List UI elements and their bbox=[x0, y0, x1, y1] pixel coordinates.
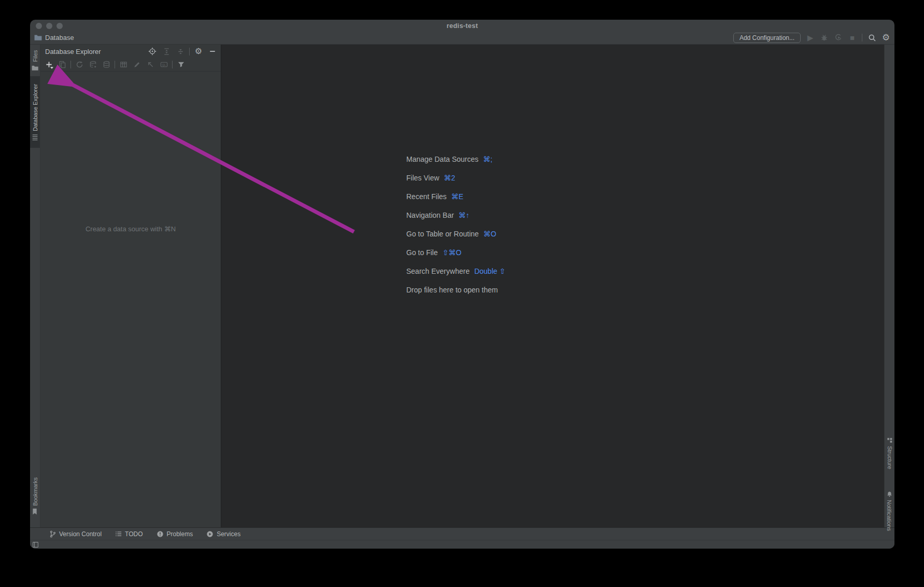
shortcut-list: Manage Data Sources ⌘; Files View ⌘2 Rec… bbox=[406, 150, 505, 299]
tool-window-layout-icon[interactable] bbox=[32, 541, 39, 548]
database-icon bbox=[32, 134, 38, 141]
toolwindow-todo[interactable]: TODO bbox=[115, 530, 143, 538]
sidebar-item-label: Notifications bbox=[887, 500, 893, 531]
add-configuration-button[interactable]: Add Configuration... bbox=[733, 33, 801, 43]
expand-all-icon[interactable] bbox=[161, 46, 172, 57]
duplicate-icon[interactable] bbox=[57, 60, 67, 70]
shortcut-label: Files View bbox=[406, 174, 439, 182]
content-area: Files Database Explorer Bookmarks bbox=[30, 45, 894, 527]
sidebar-item-structure[interactable]: Structure bbox=[885, 430, 894, 477]
services-icon bbox=[206, 530, 214, 538]
bookmark-icon bbox=[32, 508, 38, 515]
toolwindow-services[interactable]: Services bbox=[206, 530, 240, 538]
shortcut-keys: ⌘2 bbox=[444, 174, 456, 182]
run-toolbar: Add Configuration... ▶ ■ bbox=[733, 33, 890, 43]
dropdown-caret-icon bbox=[50, 67, 53, 69]
run-icon[interactable]: ▶ bbox=[806, 33, 815, 42]
filter-icon[interactable] bbox=[176, 60, 186, 70]
new-data-source-icon[interactable] bbox=[44, 60, 54, 70]
zoom-window-button[interactable] bbox=[56, 23, 63, 29]
structure-icon bbox=[887, 437, 893, 443]
problems-icon bbox=[157, 530, 164, 538]
minimize-window-button[interactable] bbox=[46, 23, 52, 29]
toolwindow-label: Services bbox=[217, 530, 240, 538]
view-data-icon[interactable] bbox=[118, 60, 129, 70]
shortcut-row: Drop files here to open them bbox=[406, 281, 505, 299]
tool-window-bar: Version Control TODO Problems Services bbox=[30, 527, 894, 540]
shortcut-row: Go to File ⇧⌘O bbox=[406, 243, 505, 262]
shortcut-keys: ⇧⌘O bbox=[443, 248, 462, 257]
jump-to-console-icon[interactable] bbox=[145, 60, 155, 70]
settings-icon[interactable]: ⚙ bbox=[882, 33, 890, 42]
panel-title: Database Explorer bbox=[45, 48, 101, 55]
shortcut-keys: Double ⇧ bbox=[474, 267, 505, 275]
shortcut-row: Search Everywhere Double ⇧ bbox=[406, 262, 505, 281]
shortcut-keys: ⌘↑ bbox=[459, 211, 470, 219]
toolwindow-problems[interactable]: Problems bbox=[157, 530, 193, 538]
shortcut-row: Navigation Bar ⌘↑ bbox=[406, 206, 505, 225]
toolwindow-label: TODO bbox=[125, 530, 143, 538]
toolbar-separator bbox=[70, 61, 71, 68]
bell-icon bbox=[887, 491, 893, 497]
search-icon[interactable] bbox=[868, 33, 876, 42]
toolbar-separator bbox=[862, 34, 862, 41]
panel-toolbar: QL bbox=[40, 58, 221, 72]
svg-text:QL: QL bbox=[162, 63, 165, 66]
query-console-icon[interactable]: QL bbox=[159, 60, 169, 70]
breadcrumb[interactable]: Database bbox=[34, 34, 74, 41]
folder-icon bbox=[34, 34, 42, 41]
traffic-lights bbox=[36, 23, 63, 29]
sidebar-item-label: Bookmarks bbox=[32, 477, 38, 506]
breadcrumb-label: Database bbox=[45, 34, 74, 41]
panel-header: Database Explorer bbox=[40, 45, 221, 58]
right-tool-strip: Structure Notifications bbox=[884, 45, 894, 527]
sidebar-item-bookmarks[interactable]: Bookmarks bbox=[30, 476, 40, 516]
window-title: redis-test bbox=[447, 22, 478, 30]
sidebar-item-label: Structure bbox=[887, 446, 893, 469]
ide-window: redis-test Database Add Configuration...… bbox=[30, 20, 894, 549]
debug-icon[interactable] bbox=[820, 33, 829, 42]
data-source-properties-icon[interactable] bbox=[88, 60, 98, 70]
toolbar-separator bbox=[172, 61, 173, 68]
shortcut-keys: ⌘O bbox=[484, 230, 496, 238]
shortcut-label: Search Everywhere bbox=[406, 267, 470, 275]
toolwindow-version-control[interactable]: Version Control bbox=[49, 530, 102, 538]
locate-object-icon[interactable] bbox=[147, 46, 158, 57]
git-branch-icon bbox=[49, 530, 56, 538]
collapse-all-icon[interactable] bbox=[175, 46, 186, 57]
run-with-coverage-icon[interactable] bbox=[834, 33, 843, 42]
todo-list-icon bbox=[115, 530, 122, 537]
database-explorer-panel: Database Explorer bbox=[40, 45, 221, 527]
shortcut-label: Manage Data Sources bbox=[406, 155, 478, 163]
shortcut-label: Recent Files bbox=[406, 192, 447, 201]
toolwindow-label: Version Control bbox=[59, 530, 102, 538]
panel-body: Create a data source with ⌘N bbox=[40, 72, 221, 527]
shortcut-row: Files View ⌘2 bbox=[406, 169, 505, 187]
shortcut-keys: ⌘E bbox=[451, 192, 463, 201]
sidebar-item-files[interactable]: Files bbox=[30, 45, 40, 77]
left-tool-strip: Files Database Explorer Bookmarks bbox=[30, 45, 40, 527]
sidebar-item-label: Database Explorer bbox=[32, 83, 38, 131]
sidebar-item-database-explorer[interactable]: Database Explorer bbox=[30, 76, 40, 148]
panel-options-gear-icon[interactable]: ⚙ bbox=[193, 46, 204, 57]
toolwindow-label: Problems bbox=[167, 530, 193, 538]
editor-area: Manage Data Sources ⌘; Files View ⌘2 Rec… bbox=[221, 45, 884, 527]
edit-icon[interactable] bbox=[132, 60, 142, 70]
shortcut-label: Navigation Bar bbox=[406, 211, 454, 219]
shortcut-row: Go to Table or Routine ⌘O bbox=[406, 225, 505, 243]
folder-icon bbox=[32, 65, 38, 71]
hide-panel-icon[interactable] bbox=[207, 46, 218, 57]
shortcut-label: Go to Table or Routine bbox=[406, 230, 479, 238]
sidebar-item-notifications[interactable]: Notifications bbox=[885, 495, 894, 526]
close-window-button[interactable] bbox=[36, 23, 42, 29]
shortcut-label: Drop files here to open them bbox=[406, 286, 498, 294]
shortcut-row: Recent Files ⌘E bbox=[406, 187, 505, 206]
refresh-icon[interactable] bbox=[74, 60, 84, 70]
toolbar-separator bbox=[115, 61, 115, 68]
shortcut-row: Manage Data Sources ⌘; bbox=[406, 150, 505, 169]
sidebar-item-label: Files bbox=[32, 50, 38, 62]
shortcut-keys: ⌘; bbox=[483, 155, 492, 163]
stop-icon[interactable]: ■ bbox=[848, 33, 857, 42]
empty-panel-hint: Create a data source with ⌘N bbox=[40, 225, 221, 233]
detach-data-source-icon[interactable] bbox=[101, 60, 111, 70]
